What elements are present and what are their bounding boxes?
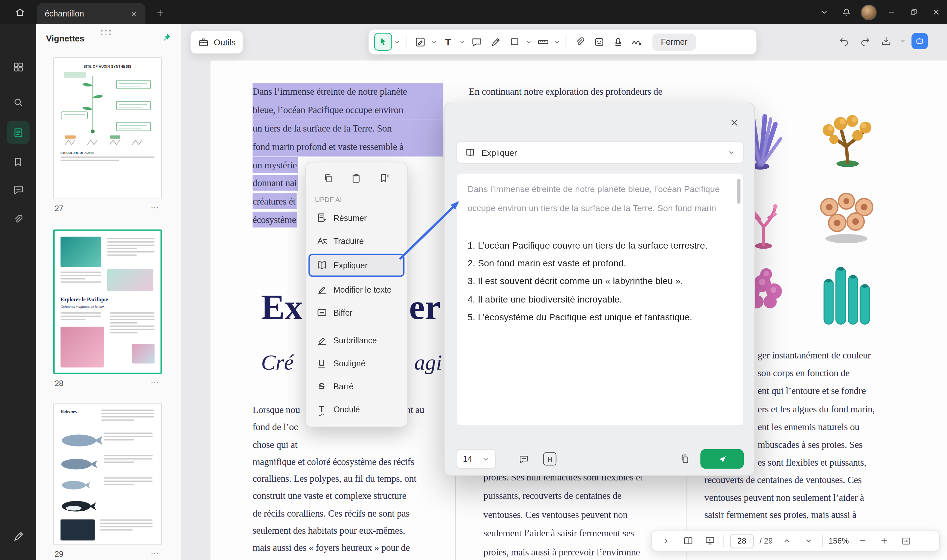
zoom-out-button[interactable] — [855, 533, 871, 549]
next-page-button[interactable] — [800, 533, 816, 549]
document-tab[interactable]: échantillon — [37, 3, 145, 24]
menu-item-traduire[interactable]: Traduire — [311, 229, 403, 252]
add-as-annotation-button[interactable]: H — [540, 450, 559, 468]
ai-response-area[interactable]: Dans l’immense étreinte de notre planète… — [457, 173, 744, 426]
thumbnail-page-27[interactable]: SITE OF AUXIN SYNTHESIS STRUCTURE OF AUX… — [53, 57, 162, 199]
expand-statusbar-button[interactable] — [658, 533, 674, 549]
save-button[interactable] — [877, 32, 895, 49]
stamp-tool-button[interactable] — [609, 32, 627, 51]
menu-item-souligne[interactable]: U Souligné — [311, 352, 403, 375]
copy-response-button[interactable] — [675, 450, 694, 468]
chevron-down-icon — [525, 38, 532, 45]
close-window-button[interactable] — [925, 0, 947, 24]
fit-view-button[interactable] — [898, 533, 914, 549]
menu-item-ondule[interactable]: T Ondulé — [311, 398, 403, 421]
menu-item-modifier-le-texte[interactable]: Modifier le texte — [311, 278, 403, 301]
clipboard-button[interactable] — [348, 170, 365, 186]
column3-paragraph[interactable]: recouverts de centaines de ventouses. Ce… — [704, 472, 864, 524]
presentation-mode-button[interactable] — [702, 533, 718, 549]
home-icon — [14, 6, 25, 18]
zoom-in-button[interactable] — [877, 533, 892, 549]
measure-tool-chevron[interactable] — [553, 32, 561, 51]
text-tool-button[interactable]: T — [439, 32, 457, 51]
column2-top-line[interactable]: En continuant notre exploration des prof… — [469, 83, 662, 101]
column2-paragraph[interactable]: proies. Ses huit tentacules sont flexibl… — [483, 468, 642, 560]
home-button[interactable] — [11, 5, 29, 20]
attachment-tool-button[interactable] — [571, 32, 588, 51]
page-menu-button[interactable]: ⋯ — [151, 203, 160, 212]
quoted-selection: Dans l’immense étreinte de notre planète… — [468, 180, 720, 218]
menu-item-expliquer[interactable]: Expliquer — [308, 254, 405, 277]
select-tool-button[interactable] — [374, 33, 392, 51]
new-tab-button[interactable] — [153, 6, 166, 19]
close-tools-button[interactable]: Fermer — [652, 33, 696, 50]
comment-icon — [12, 184, 24, 195]
maximize-button[interactable] — [902, 0, 925, 24]
comments-button[interactable] — [6, 178, 29, 201]
bookmarks-button[interactable] — [6, 151, 29, 174]
scrollbar-thumb[interactable] — [737, 179, 741, 204]
send-icon — [717, 454, 727, 464]
select-tool-chevron[interactable] — [393, 32, 401, 51]
highlight-icon: H — [543, 452, 556, 466]
thumbnail-page-28[interactable]: Explorer le Pacifique Créatures magiques… — [53, 229, 162, 374]
copy-button[interactable] — [320, 170, 337, 186]
reading-mode-button[interactable] — [680, 533, 696, 549]
sticker-tool-button[interactable] — [590, 32, 608, 51]
comment-tool-button[interactable] — [468, 32, 485, 51]
tab-close-icon[interactable] — [130, 10, 137, 17]
edit-tool-chevron[interactable] — [430, 32, 438, 51]
titlebar-chevron[interactable] — [813, 0, 835, 24]
plus-icon — [880, 536, 889, 545]
notifications-button[interactable] — [835, 0, 858, 24]
thumbnail-page-29[interactable]: Baleines — [53, 403, 162, 545]
shape-tool-chevron[interactable] — [525, 32, 533, 51]
attachments-button[interactable] — [6, 208, 29, 231]
send-button[interactable] — [700, 449, 744, 469]
ai-mode-dropdown[interactable]: Expliquer — [457, 142, 744, 164]
shape-tool-button[interactable] — [505, 32, 524, 51]
save-options-chevron[interactable] — [898, 32, 907, 49]
add-as-comment-button[interactable] — [514, 450, 533, 468]
menu-item-barre[interactable]: S Barré — [311, 375, 403, 398]
panel-drag-handle[interactable] — [101, 29, 111, 37]
apps-grid-button[interactable] — [6, 55, 29, 78]
menu-item-biffer[interactable]: Biffer — [311, 301, 403, 324]
text-tool-chevron[interactable] — [459, 32, 467, 51]
book-icon — [465, 147, 476, 158]
open-book-icon — [682, 535, 693, 546]
avatar — [861, 4, 877, 20]
account-button[interactable] — [858, 0, 880, 24]
signature-tool-button[interactable] — [628, 32, 646, 51]
updf-ai-button[interactable] — [912, 32, 928, 49]
pen-tools-button[interactable] — [6, 525, 29, 548]
fit-view-icon — [901, 535, 911, 546]
chevron-up-icon — [782, 536, 791, 545]
minus-icon — [859, 536, 867, 545]
minimize-icon — [887, 8, 895, 17]
redo-button[interactable] — [856, 32, 873, 49]
thumbnails-panel-button[interactable] — [6, 121, 29, 144]
menu-item-resumer[interactable]: Résumer — [311, 206, 403, 229]
measure-tool-button[interactable] — [534, 32, 551, 51]
coral-images — [727, 103, 944, 334]
page-number-input[interactable]: 28 — [730, 533, 754, 548]
dialog-close-button[interactable] — [727, 115, 741, 129]
column3-paragraph-clipped[interactable]: ger instantanément de couleur son corps … — [758, 346, 875, 472]
pin-panel-button[interactable] — [161, 32, 172, 43]
minimize-button[interactable] — [880, 0, 902, 24]
menu-item-surbrillance[interactable]: Surbrillance — [311, 329, 403, 352]
page-menu-button[interactable]: ⋯ — [151, 548, 160, 558]
edit-page-icon — [414, 36, 426, 48]
font-size-dropdown[interactable]: 14 — [457, 449, 496, 469]
previous-page-button[interactable] — [779, 533, 795, 549]
tools-button[interactable]: Outils — [190, 30, 243, 54]
page-menu-button[interactable]: ⋯ — [151, 377, 160, 388]
search-button[interactable] — [6, 91, 29, 114]
edit-tool-button[interactable] — [411, 32, 429, 51]
pages-icon — [12, 126, 24, 138]
undo-button[interactable] — [835, 32, 852, 49]
marker-tool-button[interactable] — [487, 32, 504, 51]
add-bookmark-button[interactable] — [376, 170, 393, 186]
menu-item-label: Résumer — [334, 214, 367, 223]
